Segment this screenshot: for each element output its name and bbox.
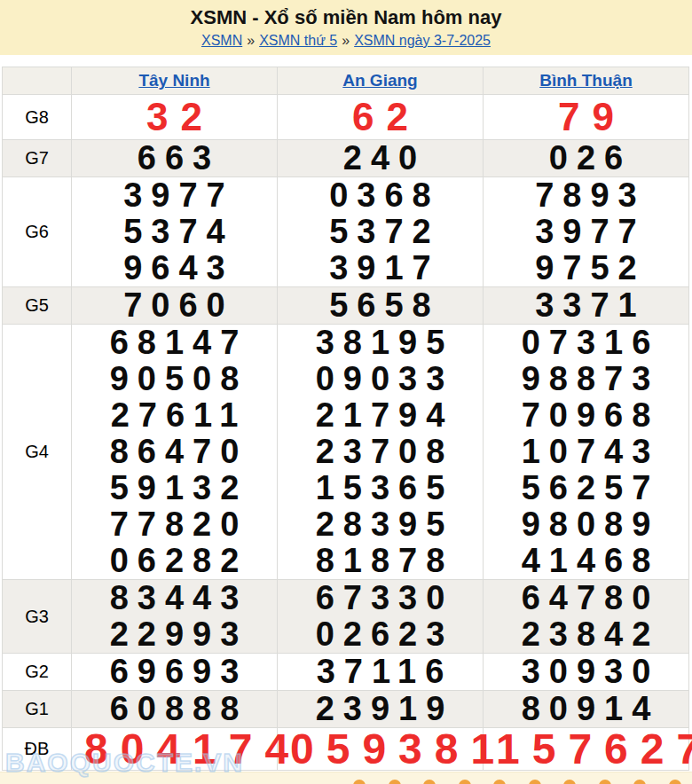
table-row: G8326279 [3, 95, 689, 140]
prize-cell: 62 [278, 95, 484, 140]
prize-cell: 789339779752 [484, 177, 689, 287]
prize-value: 30930 [484, 654, 688, 690]
prize-value: 98089 [484, 506, 688, 543]
lottery-ball-icon [353, 780, 366, 784]
prize-value: 9643 [72, 250, 277, 286]
prize-label: G6 [3, 177, 72, 287]
table-row: G3834432299367330026236478023842 [3, 580, 689, 654]
breadcrumb: XSMN»XSMN thứ 5»XSMN ngày 3-7-2025 [0, 32, 692, 50]
prize-value: 32 [72, 95, 277, 139]
prize-value: 90508 [72, 361, 277, 397]
prize-value: 02623 [278, 616, 483, 653]
prize-value: 81878 [278, 543, 483, 579]
prize-value: 41468 [484, 543, 688, 579]
province-link-binh-thuan[interactable]: Bình Thuận [539, 71, 632, 90]
prize-value: 79 [484, 95, 688, 139]
results-table: Tây Ninh An Giang Bình Thuận G8326279G76… [2, 67, 689, 771]
breadcrumb-link-xsmn-ngay[interactable]: XSMN ngày 3-7-2025 [354, 33, 491, 48]
prize-value: 98873 [484, 361, 688, 397]
prize-label: G4 [3, 325, 72, 580]
prize-label: G5 [3, 287, 72, 325]
prize-label: ĐB [3, 728, 72, 771]
prize-value: 21794 [278, 397, 483, 434]
prize-value: 15365 [278, 470, 483, 506]
lottery-ball-icon [459, 780, 471, 784]
prize-value: 3977 [72, 177, 277, 214]
lottery-ball-icon [493, 780, 506, 784]
prize-value: 23842 [484, 616, 688, 653]
prize-value: 64780 [484, 580, 688, 616]
prize-value: 56257 [484, 470, 688, 506]
lottery-ball-icon [669, 780, 681, 784]
prize-label: G2 [3, 654, 72, 691]
prize-cell: 6478023842 [484, 580, 689, 654]
prize-value: 28395 [278, 506, 483, 543]
prize-value: 3977 [484, 214, 688, 250]
prize-label: G7 [3, 140, 72, 177]
corner-cell [3, 67, 72, 95]
prize-cell: 026 [484, 140, 689, 177]
prize-cell: 37116 [278, 654, 484, 691]
prize-cell: 60888 [72, 691, 278, 728]
prize-value: 83443 [72, 580, 277, 616]
prize-label: G1 [3, 691, 72, 728]
prize-cell: 804174 [72, 728, 278, 771]
breadcrumb-link-xsmn-thu-5[interactable]: XSMN thứ 5 [259, 33, 337, 48]
table-row: ĐB804174059381157627 [3, 728, 689, 771]
prize-value: 80914 [484, 691, 688, 727]
breadcrumb-link-xsmn[interactable]: XSMN [201, 33, 242, 48]
prize-value: 38195 [278, 325, 483, 361]
breadcrumb-separator: » [247, 33, 255, 48]
prize-value: 7060 [72, 287, 277, 324]
prize-cell: 7060 [72, 287, 278, 325]
province-link-an-giang[interactable]: An Giang [342, 71, 417, 90]
prize-cell: 240 [278, 140, 484, 177]
page-header: XSMN - Xổ số miền Nam hôm nay XSMN»XSMN … [0, 0, 692, 55]
prize-cell: 036853723917 [278, 177, 484, 287]
prize-cell: 059381 [278, 728, 484, 771]
prize-value: 27611 [72, 397, 277, 434]
lottery-ball-icon [529, 780, 541, 784]
prize-value: 0368 [278, 177, 483, 214]
table-row: G2696933711630930 [3, 654, 689, 691]
prize-cell: 79 [484, 95, 689, 140]
page-title: XSMN - Xổ số miền Nam hôm nay [0, 6, 692, 29]
prize-cell: 6733002623 [278, 580, 484, 654]
prize-cell: 69693 [72, 654, 278, 691]
prize-value: 86470 [72, 434, 277, 470]
table-row: G1608882391980914 [3, 691, 689, 728]
prize-value: 23708 [278, 434, 483, 470]
table-row: G7663240026 [3, 140, 689, 177]
prize-label: G3 [3, 580, 72, 654]
prize-value: 5374 [72, 214, 277, 250]
lottery-ball-icon [633, 780, 646, 784]
prize-value: 22993 [72, 616, 277, 653]
prize-value: 804174 [72, 728, 277, 770]
prize-value: 3917 [278, 250, 483, 286]
prize-value: 06282 [72, 543, 277, 579]
column-header-an-giang: An Giang [278, 67, 484, 95]
prize-value: 68147 [72, 325, 277, 361]
column-header-binh-thuan: Bình Thuận [484, 67, 689, 95]
province-link-tay-ninh[interactable]: Tây Ninh [138, 71, 209, 90]
prize-value: 07316 [484, 325, 688, 361]
lottery-ball-icon [389, 780, 401, 784]
prize-value: 5372 [278, 214, 483, 250]
lottery-ball-icon [423, 780, 436, 784]
prize-value: 157627 [484, 728, 688, 770]
prize-cell: 3371 [484, 287, 689, 325]
prize-value: 9752 [484, 250, 688, 286]
prize-label: G8 [3, 95, 72, 140]
prize-value: 09033 [278, 361, 483, 397]
prize-value: 77820 [72, 506, 277, 543]
prize-cell: 68147905082761186470591327782006282 [72, 325, 278, 580]
lottery-ball-icon [563, 780, 576, 784]
prize-value: 62 [278, 95, 483, 139]
lottery-ball-icon [599, 780, 611, 784]
breadcrumb-separator: » [342, 33, 350, 48]
table-row: G468147905082761186470591327782006282381… [3, 325, 689, 580]
prize-cell: 157627 [484, 728, 689, 771]
prize-cell: 663 [72, 140, 278, 177]
prize-value: 69693 [72, 654, 277, 690]
prize-value: 663 [72, 140, 277, 176]
